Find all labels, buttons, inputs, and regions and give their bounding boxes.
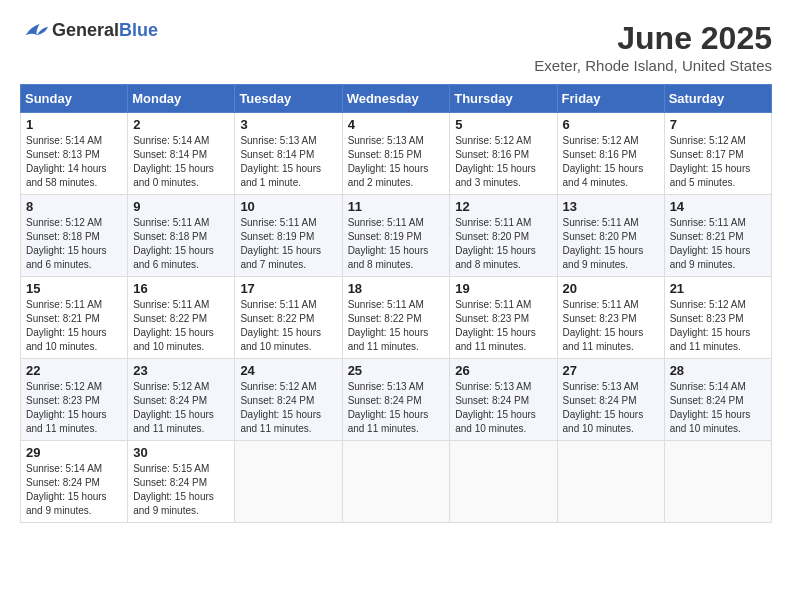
day-info: Sunrise: 5:11 AMSunset: 8:19 PMDaylight:…: [348, 216, 445, 272]
calendar-week-row: 8 Sunrise: 5:12 AMSunset: 8:18 PMDayligh…: [21, 195, 772, 277]
title-area: June 2025 Exeter, Rhode Island, United S…: [534, 20, 772, 74]
day-info: Sunrise: 5:11 AMSunset: 8:22 PMDaylight:…: [240, 298, 336, 354]
day-number: 30: [133, 445, 229, 460]
day-info: Sunrise: 5:11 AMSunset: 8:21 PMDaylight:…: [26, 298, 122, 354]
day-number: 15: [26, 281, 122, 296]
day-number: 2: [133, 117, 229, 132]
table-row: 5 Sunrise: 5:12 AMSunset: 8:16 PMDayligh…: [450, 113, 557, 195]
table-row: 27 Sunrise: 5:13 AMSunset: 8:24 PMDaylig…: [557, 359, 664, 441]
day-number: 21: [670, 281, 766, 296]
day-number: 16: [133, 281, 229, 296]
day-number: 25: [348, 363, 445, 378]
day-number: 29: [26, 445, 122, 460]
day-number: 22: [26, 363, 122, 378]
day-number: 17: [240, 281, 336, 296]
day-number: 23: [133, 363, 229, 378]
day-number: 12: [455, 199, 551, 214]
day-number: 14: [670, 199, 766, 214]
day-info: Sunrise: 5:13 AMSunset: 8:14 PMDaylight:…: [240, 134, 336, 190]
table-row: 14 Sunrise: 5:11 AMSunset: 8:21 PMDaylig…: [664, 195, 771, 277]
table-row: 20 Sunrise: 5:11 AMSunset: 8:23 PMDaylig…: [557, 277, 664, 359]
logo: GeneralBlue: [20, 20, 158, 41]
day-info: Sunrise: 5:14 AMSunset: 8:14 PMDaylight:…: [133, 134, 229, 190]
day-number: 9: [133, 199, 229, 214]
day-info: Sunrise: 5:15 AMSunset: 8:24 PMDaylight:…: [133, 462, 229, 518]
day-number: 8: [26, 199, 122, 214]
table-row: 9 Sunrise: 5:11 AMSunset: 8:18 PMDayligh…: [128, 195, 235, 277]
day-number: 4: [348, 117, 445, 132]
day-number: 7: [670, 117, 766, 132]
day-number: 28: [670, 363, 766, 378]
day-info: Sunrise: 5:12 AMSunset: 8:23 PMDaylight:…: [670, 298, 766, 354]
day-number: 20: [563, 281, 659, 296]
col-thursday: Thursday: [450, 85, 557, 113]
day-info: Sunrise: 5:13 AMSunset: 8:24 PMDaylight:…: [455, 380, 551, 436]
col-wednesday: Wednesday: [342, 85, 450, 113]
table-row: 26 Sunrise: 5:13 AMSunset: 8:24 PMDaylig…: [450, 359, 557, 441]
table-row: 23 Sunrise: 5:12 AMSunset: 8:24 PMDaylig…: [128, 359, 235, 441]
table-row: 10 Sunrise: 5:11 AMSunset: 8:19 PMDaylig…: [235, 195, 342, 277]
table-row: 28 Sunrise: 5:14 AMSunset: 8:24 PMDaylig…: [664, 359, 771, 441]
day-info: Sunrise: 5:13 AMSunset: 8:24 PMDaylight:…: [348, 380, 445, 436]
col-monday: Monday: [128, 85, 235, 113]
calendar-week-row: 15 Sunrise: 5:11 AMSunset: 8:21 PMDaylig…: [21, 277, 772, 359]
day-number: 3: [240, 117, 336, 132]
day-number: 24: [240, 363, 336, 378]
day-info: Sunrise: 5:14 AMSunset: 8:13 PMDaylight:…: [26, 134, 122, 190]
location-title: Exeter, Rhode Island, United States: [534, 57, 772, 74]
table-row: 21 Sunrise: 5:12 AMSunset: 8:23 PMDaylig…: [664, 277, 771, 359]
day-info: Sunrise: 5:11 AMSunset: 8:22 PMDaylight:…: [348, 298, 445, 354]
day-number: 5: [455, 117, 551, 132]
day-number: 10: [240, 199, 336, 214]
table-row: 15 Sunrise: 5:11 AMSunset: 8:21 PMDaylig…: [21, 277, 128, 359]
logo-general: General: [52, 20, 119, 40]
day-info: Sunrise: 5:11 AMSunset: 8:21 PMDaylight:…: [670, 216, 766, 272]
table-row: 13 Sunrise: 5:11 AMSunset: 8:20 PMDaylig…: [557, 195, 664, 277]
table-row: [235, 441, 342, 523]
day-info: Sunrise: 5:11 AMSunset: 8:20 PMDaylight:…: [455, 216, 551, 272]
table-row: 24 Sunrise: 5:12 AMSunset: 8:24 PMDaylig…: [235, 359, 342, 441]
day-number: 26: [455, 363, 551, 378]
day-info: Sunrise: 5:14 AMSunset: 8:24 PMDaylight:…: [26, 462, 122, 518]
col-friday: Friday: [557, 85, 664, 113]
day-number: 27: [563, 363, 659, 378]
table-row: [342, 441, 450, 523]
table-row: [557, 441, 664, 523]
table-row: 3 Sunrise: 5:13 AMSunset: 8:14 PMDayligh…: [235, 113, 342, 195]
col-sunday: Sunday: [21, 85, 128, 113]
col-tuesday: Tuesday: [235, 85, 342, 113]
calendar-week-row: 22 Sunrise: 5:12 AMSunset: 8:23 PMDaylig…: [21, 359, 772, 441]
table-row: 7 Sunrise: 5:12 AMSunset: 8:17 PMDayligh…: [664, 113, 771, 195]
table-row: [450, 441, 557, 523]
calendar-week-row: 1 Sunrise: 5:14 AMSunset: 8:13 PMDayligh…: [21, 113, 772, 195]
table-row: 8 Sunrise: 5:12 AMSunset: 8:18 PMDayligh…: [21, 195, 128, 277]
day-info: Sunrise: 5:11 AMSunset: 8:23 PMDaylight:…: [563, 298, 659, 354]
day-number: 19: [455, 281, 551, 296]
logo-bird-icon: [20, 21, 48, 41]
day-info: Sunrise: 5:12 AMSunset: 8:24 PMDaylight:…: [133, 380, 229, 436]
day-info: Sunrise: 5:11 AMSunset: 8:18 PMDaylight:…: [133, 216, 229, 272]
day-info: Sunrise: 5:11 AMSunset: 8:19 PMDaylight:…: [240, 216, 336, 272]
table-row: 22 Sunrise: 5:12 AMSunset: 8:23 PMDaylig…: [21, 359, 128, 441]
table-row: 16 Sunrise: 5:11 AMSunset: 8:22 PMDaylig…: [128, 277, 235, 359]
day-info: Sunrise: 5:11 AMSunset: 8:22 PMDaylight:…: [133, 298, 229, 354]
table-row: 17 Sunrise: 5:11 AMSunset: 8:22 PMDaylig…: [235, 277, 342, 359]
day-number: 6: [563, 117, 659, 132]
day-info: Sunrise: 5:12 AMSunset: 8:24 PMDaylight:…: [240, 380, 336, 436]
logo-blue: Blue: [119, 20, 158, 40]
day-info: Sunrise: 5:13 AMSunset: 8:24 PMDaylight:…: [563, 380, 659, 436]
day-number: 13: [563, 199, 659, 214]
page-header: GeneralBlue June 2025 Exeter, Rhode Isla…: [20, 20, 772, 74]
day-info: Sunrise: 5:13 AMSunset: 8:15 PMDaylight:…: [348, 134, 445, 190]
table-row: 29 Sunrise: 5:14 AMSunset: 8:24 PMDaylig…: [21, 441, 128, 523]
day-info: Sunrise: 5:12 AMSunset: 8:23 PMDaylight:…: [26, 380, 122, 436]
calendar-table: Sunday Monday Tuesday Wednesday Thursday…: [20, 84, 772, 523]
day-number: 1: [26, 117, 122, 132]
table-row: 4 Sunrise: 5:13 AMSunset: 8:15 PMDayligh…: [342, 113, 450, 195]
table-row: 6 Sunrise: 5:12 AMSunset: 8:16 PMDayligh…: [557, 113, 664, 195]
table-row: 12 Sunrise: 5:11 AMSunset: 8:20 PMDaylig…: [450, 195, 557, 277]
table-row: 30 Sunrise: 5:15 AMSunset: 8:24 PMDaylig…: [128, 441, 235, 523]
day-number: 18: [348, 281, 445, 296]
day-info: Sunrise: 5:11 AMSunset: 8:23 PMDaylight:…: [455, 298, 551, 354]
day-info: Sunrise: 5:12 AMSunset: 8:17 PMDaylight:…: [670, 134, 766, 190]
